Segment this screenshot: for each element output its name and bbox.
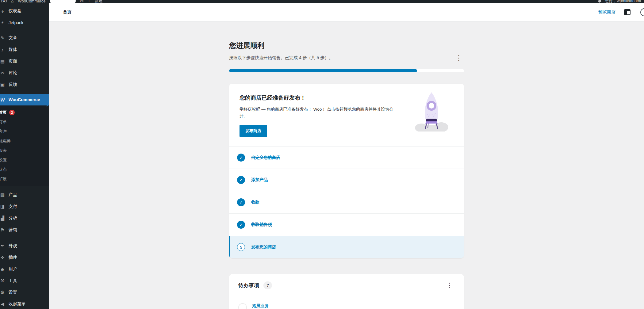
sidebar-item-label: 工具 bbox=[9, 278, 17, 284]
sidebar-item-collapse-menu[interactable]: ◀ 收起菜单 bbox=[0, 298, 49, 309]
main-header: 首页 预览商店 bbox=[49, 3, 644, 22]
sidebar-item-analytics[interactable]: ▟ 分析 bbox=[0, 212, 49, 224]
sidebar-item-label: 反馈 bbox=[9, 82, 17, 87]
sidebar-item-label: 收起菜单 bbox=[9, 301, 26, 307]
check-circle-icon: ✓ bbox=[237, 198, 245, 206]
submenu-item-status[interactable]: 状态 bbox=[0, 165, 49, 174]
tasklist-card: 您的商店已经准备好发布！ 举杯庆祝吧 — 您的商店已准备好发布！ Woo！ 点击… bbox=[229, 84, 464, 258]
sidebar-item-label: 页面 bbox=[9, 59, 17, 64]
woocommerce-icon: W bbox=[0, 97, 6, 102]
sidebar-item-plugins[interactable]: ✛ 插件 bbox=[0, 252, 49, 263]
sidebar-item-jetpack[interactable]: ⚡ Jetpack bbox=[0, 17, 49, 29]
sidebar-item-label: 仪表盘 bbox=[9, 8, 21, 14]
preview-store-link[interactable]: 预览商店 bbox=[598, 10, 615, 15]
howdy-text[interactable]: 您好，wpmiliadoomi bbox=[605, 0, 641, 3]
todo-card: 待办事项 7 ⋮ 拓展业务 2 分钟 bbox=[229, 274, 464, 309]
task-step-get-paid[interactable]: ✓ 收款 bbox=[229, 191, 464, 213]
publish-store-button[interactable]: 发布商店 bbox=[240, 125, 267, 137]
task-step-label: 添加产品 bbox=[251, 177, 268, 183]
comments-icon: ✉ bbox=[0, 70, 6, 76]
tasklist-subtitle: 按照以下步骤快速开始销售。已完成 4 步（共 5 步）。 bbox=[229, 55, 333, 61]
submenu-item-orders[interactable]: 订单 bbox=[0, 117, 49, 127]
task-step-customize-store[interactable]: ✓ 自定义您的商店 bbox=[229, 146, 464, 169]
progress-bar bbox=[229, 69, 464, 72]
sidebar-item-comments[interactable]: ✉ 评论 bbox=[0, 67, 49, 79]
woocommerce-submenu: 首页 2 订单 客户 优惠券 报表 设置 状态 扩展 bbox=[0, 105, 49, 186]
bell-icon[interactable] bbox=[598, 0, 602, 3]
admin-bar: W ⌂ WooCommerce ✉ + 新建 您好，wpmiliadoomi bbox=[0, 0, 644, 3]
home-icon[interactable]: ⌂ bbox=[11, 0, 13, 3]
pages-icon: ▤ bbox=[0, 59, 6, 64]
sidebar-item-pages[interactable]: ▤ 页面 bbox=[0, 55, 49, 67]
comments-icon[interactable]: ✉ bbox=[80, 0, 84, 3]
sidebar-item-appearance[interactable]: ✒ 外观 bbox=[0, 240, 49, 252]
plus-icon[interactable]: + bbox=[88, 0, 90, 3]
task-step-launch-store[interactable]: 5 发布您的商店 bbox=[229, 236, 464, 258]
admin-bar-site-name[interactable]: WooCommerce bbox=[18, 0, 45, 3]
todo-item-grow-business[interactable]: 拓展业务 2 分钟 bbox=[229, 297, 464, 309]
admin-bar-notice-underline[interactable] bbox=[107, 0, 159, 3]
sidebar-item-posts[interactable]: ✎ 文章 bbox=[0, 32, 49, 44]
sidebar-item-products[interactable]: ▦ 产品 bbox=[0, 189, 49, 201]
sidebar-item-marketing[interactable]: ⚑ 营销 bbox=[0, 224, 49, 236]
sidebar-item-label: 外观 bbox=[9, 243, 17, 249]
dashboard-icon: ◕ bbox=[0, 9, 6, 14]
jetpack-icon: ⚡ bbox=[0, 20, 6, 25]
sidebar-item-label: 营销 bbox=[9, 227, 17, 233]
sidebar-item-settings[interactable]: ⚙ 设置 bbox=[0, 287, 49, 298]
submenu-item-extensions[interactable]: 扩展 bbox=[0, 174, 49, 184]
sidebar-item-tools[interactable]: ⚒ 工具 bbox=[0, 275, 49, 287]
users-icon: ☻ bbox=[0, 267, 6, 272]
tasklist-title: 您进展顺利 bbox=[229, 41, 464, 50]
admin-bar-new[interactable]: 新建 bbox=[94, 0, 102, 3]
submenu-item-settings[interactable]: 设置 bbox=[0, 155, 49, 165]
settings-icon: ⚙ bbox=[0, 290, 6, 295]
collapse-menu-icon: ◀ bbox=[0, 301, 6, 307]
wordpress-logo-icon[interactable]: W bbox=[1, 0, 7, 3]
sidebar-item-media[interactable]: ♪ 媒体 bbox=[0, 44, 49, 55]
sidebar-item-label: 分析 bbox=[9, 216, 17, 221]
task-step-label: 自定义您的商店 bbox=[251, 155, 280, 160]
tasklist-kebab-menu-icon[interactable]: ⋮ bbox=[454, 55, 464, 61]
submenu-item-coupons[interactable]: 优惠券 bbox=[0, 136, 49, 146]
store-ready-body: 举杯庆祝吧 — 您的商店已准备好发布！ Woo！ 点击按钮预览您的商店并将其设为… bbox=[240, 106, 394, 119]
submenu-item-customers[interactable]: 客户 bbox=[0, 127, 49, 136]
admin-bar-badge bbox=[50, 0, 76, 3]
todo-count-badge: 7 bbox=[263, 281, 272, 289]
products-icon: ▦ bbox=[0, 192, 6, 198]
sidebar-item-label: 用户 bbox=[9, 266, 17, 272]
sidebar-item-users[interactable]: ☻ 用户 bbox=[0, 263, 49, 275]
task-step-add-products[interactable]: ✓ 添加产品 bbox=[229, 169, 464, 191]
plugins-icon: ✛ bbox=[0, 255, 6, 260]
home-count-badge: 2 bbox=[9, 110, 15, 115]
submenu-item-reports[interactable]: 报表 bbox=[0, 146, 49, 155]
feedback-icon: ▣ bbox=[0, 82, 6, 87]
sidebar-item-woocommerce[interactable]: W WooCommerce bbox=[0, 94, 49, 105]
todo-card-title: 待办事项 bbox=[238, 282, 259, 289]
sidebar-item-feedback[interactable]: ▣ 反馈 bbox=[0, 79, 49, 90]
step-number-circle: 5 bbox=[237, 243, 245, 251]
sidebar-item-payments[interactable]: ◨ 支付 bbox=[0, 201, 49, 212]
sidebar-item-label: 产品 bbox=[9, 192, 17, 198]
todo-empty-circle-icon bbox=[238, 303, 247, 309]
sidebar-item-label: 文章 bbox=[9, 35, 17, 41]
rocket-illustration bbox=[414, 92, 449, 133]
posts-icon: ✎ bbox=[0, 35, 6, 41]
check-circle-icon: ✓ bbox=[237, 154, 245, 162]
todo-item-label[interactable]: 拓展业务 bbox=[252, 303, 269, 309]
task-step-label: 收款 bbox=[251, 200, 259, 205]
task-step-collect-tax[interactable]: ✓ 收取销售税 bbox=[229, 213, 464, 236]
sidebar-item-label: WooCommerce bbox=[9, 97, 40, 102]
sidebar-item-label: Jetpack bbox=[9, 20, 23, 25]
sidebar-item-dashboard[interactable]: ◕ 仪表盘 bbox=[0, 5, 49, 17]
tools-icon: ⚒ bbox=[0, 278, 6, 284]
todo-kebab-menu-icon[interactable]: ⋮ bbox=[444, 282, 455, 289]
sidebar-item-label: 设置 bbox=[9, 290, 17, 295]
help-circle-icon[interactable] bbox=[640, 8, 644, 16]
payments-icon: ◨ bbox=[0, 204, 6, 209]
display-options-icon[interactable] bbox=[624, 9, 631, 15]
content-area: 您进展顺利 按照以下步骤快速开始销售。已完成 4 步（共 5 步）。 ⋮ 您的商… bbox=[49, 22, 644, 309]
submenu-item-home[interactable]: 首页 2 bbox=[0, 108, 49, 117]
appearance-icon: ✒ bbox=[0, 243, 6, 249]
page-title: 首页 bbox=[63, 10, 71, 15]
